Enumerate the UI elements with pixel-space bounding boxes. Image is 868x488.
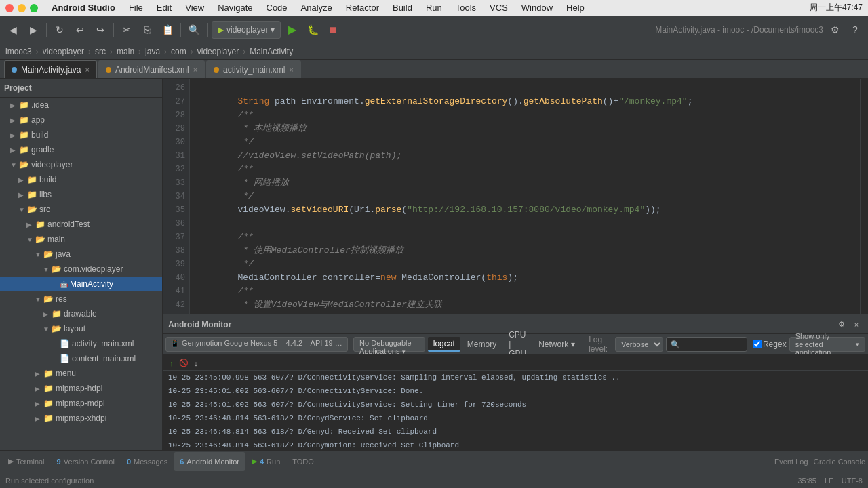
undo-button[interactable]: ↩ [71, 21, 89, 39]
log-search-input[interactable] [666, 337, 747, 352]
stop-button[interactable]: ⏹ [324, 21, 342, 39]
menu-view[interactable]: View [182, 1, 207, 14]
tab-close-activitymain[interactable]: × [289, 66, 293, 74]
tree-item-app[interactable]: ▶ 📁 app [0, 113, 162, 127]
run-button[interactable]: ▶ [283, 21, 301, 39]
breadcrumb-item-5[interactable]: com [171, 47, 186, 56]
tree-item-libs[interactable]: ▶ 📁 libs [0, 187, 162, 202]
breadcrumb-item-7[interactable]: MainActivity [250, 47, 293, 56]
tree-item-mipmap-hdpi[interactable]: ▶ 📁 mipmap-hdpi [0, 381, 162, 396]
event-log-button[interactable]: Event Log [774, 458, 808, 466]
paste-button[interactable]: 📋 [159, 21, 176, 39]
bottom-tab-android-monitor[interactable]: 6 Android Monitor [174, 452, 245, 471]
back-button[interactable]: ◀ [4, 21, 22, 39]
toolbar-separator-2 [113, 23, 114, 37]
folder-icon-mipmap-xhdpi: 📁 [43, 413, 54, 423]
tab-androidmanifest[interactable]: AndroidManifest.xml × [98, 60, 205, 78]
tree-item-drawable[interactable]: ▶ 📁 drawable [0, 306, 162, 321]
tree-item-java[interactable]: ▼ 📂 java [0, 247, 162, 262]
menu-file[interactable]: File [126, 1, 146, 14]
run-configuration[interactable]: ▶ videoplayer ▾ [212, 21, 281, 39]
maximize-button[interactable] [30, 4, 38, 12]
tree-item-mipmap-mdpi[interactable]: ▶ 📁 mipmap-mdpi [0, 396, 162, 411]
monitor-close-button[interactable]: × [850, 319, 863, 331]
tab-close-mainactivity[interactable]: × [85, 66, 89, 74]
tree-item-layout[interactable]: ▼ 📂 layout [0, 321, 162, 336]
show-selected-button[interactable]: Show only selected application ▾ [789, 337, 865, 352]
line-num-37: 37 [163, 230, 189, 244]
settings-button[interactable]: ⚙ [826, 21, 844, 39]
tree-item-gradle[interactable]: ▶ 📁 gradle [0, 142, 162, 157]
code-editor[interactable]: 26 27 28 29 30 31 32 33 34 35 36 37 38 3… [163, 79, 868, 314]
tree-item-src[interactable]: ▼ 📂 src [0, 202, 162, 217]
redo-button[interactable]: ↪ [92, 21, 109, 39]
tree-item-build2[interactable]: ▶ 📁 build [0, 172, 162, 187]
tree-item-main[interactable]: ▼ 📂 main [0, 232, 162, 247]
menu-edit[interactable]: Edit [154, 1, 174, 14]
cut-button[interactable]: ✂ [118, 21, 136, 39]
menu-navigate[interactable]: Navigate [215, 1, 255, 14]
folder-icon-gradle: 📁 [19, 145, 29, 155]
gradle-console-button[interactable]: Gradle Console [814, 458, 865, 466]
log-scroll-up-button[interactable]: ↑ [165, 357, 178, 369]
breadcrumb-item-3[interactable]: main [117, 47, 134, 56]
sync-button[interactable]: ↻ [51, 21, 68, 39]
menu-window[interactable]: Window [519, 1, 555, 14]
bottom-tab-version-control[interactable]: 9 Version Control [52, 452, 120, 471]
monitor-tab-logcat[interactable]: logcat [428, 337, 460, 352]
bottom-tab-todo[interactable]: TODO [287, 452, 319, 471]
log-clear-button[interactable]: 🚫 [178, 357, 190, 369]
debug-button[interactable]: 🐛 [304, 21, 321, 39]
tree-item-androidtest[interactable]: ▶ 📁 androidTest [0, 217, 162, 232]
minimize-button[interactable] [18, 4, 26, 12]
tree-item-activity-main-xml[interactable]: 📄 activity_main.xml [0, 336, 162, 351]
regex-checkbox[interactable] [753, 340, 762, 348]
help-button[interactable]: ? [846, 21, 864, 39]
code-line-38: * 使用MediaController控制视频播放 [195, 244, 854, 258]
breadcrumb-item-1[interactable]: videoplayer [43, 47, 84, 56]
tab-mainactivity[interactable]: MainActivity.java × [4, 60, 97, 78]
menu-analyze[interactable]: Analyze [298, 1, 335, 14]
tab-close-androidmanifest[interactable]: × [193, 66, 197, 74]
bottom-tab-terminal[interactable]: ▶ Terminal [3, 452, 50, 471]
tree-item-mipmap-xhdpi[interactable]: ▶ 📁 mipmap-xhdpi [0, 411, 162, 426]
menu-tools[interactable]: Tools [453, 1, 479, 14]
device-selector[interactable]: 📱 Genymotion Google Nexus 5 – 4.4.2 – AP… [165, 337, 348, 352]
bottom-tab-messages[interactable]: 0 Messages [121, 452, 173, 471]
code-lines[interactable]: String path=Environment.getExternalStora… [190, 79, 860, 314]
monitor-tab-cpu[interactable]: CPU | GPU [503, 337, 532, 352]
log-level-select[interactable]: Verbose [615, 337, 663, 352]
bottom-tab-android-monitor-label: Android Monitor [186, 458, 239, 466]
copy-button[interactable]: ⎘ [138, 21, 156, 39]
tree-item-build[interactable]: ▶ 📁 build [0, 127, 162, 142]
monitor-tab-network[interactable]: Network ▾ [533, 337, 580, 352]
menu-refactor[interactable]: Refactor [343, 1, 382, 14]
menu-build[interactable]: Build [390, 1, 415, 14]
breadcrumb-item-0[interactable]: imooc3 [5, 47, 32, 56]
no-debug-button[interactable]: No Debuggable Applications ▾ [353, 337, 425, 352]
tree-item-videoplayer[interactable]: ▼ 📂 videoplayer [0, 157, 162, 172]
menu-code[interactable]: Code [264, 1, 290, 14]
forward-button[interactable]: ▶ [24, 21, 42, 39]
menu-vcs[interactable]: VCS [487, 1, 511, 14]
tree-item-res[interactable]: ▼ 📂 res [0, 291, 162, 306]
monitor-settings-button[interactable]: ⚙ [835, 319, 848, 331]
tree-item-menu[interactable]: ▶ 📁 menu [0, 366, 162, 381]
close-button[interactable] [5, 4, 14, 12]
search-button[interactable]: 🔍 [185, 21, 203, 39]
tree-item-content-main-xml[interactable]: 📄 content_main.xml [0, 351, 162, 366]
tree-arrow-layout: ▼ [43, 325, 50, 333]
breadcrumb-item-2[interactable]: src [95, 47, 106, 56]
tree-item-mainactivity[interactable]: 🤖 MainActivity [0, 277, 162, 291]
tab-activitymain[interactable]: activity_main.xml × [206, 60, 301, 78]
menu-help[interactable]: Help [564, 1, 587, 14]
tree-item-com-videoplayer[interactable]: ▼ 📂 com.videoplayer [0, 262, 162, 277]
monitor-tab-memory[interactable]: Memory [462, 337, 502, 352]
bottom-tab-run[interactable]: ▶ 4 Run [246, 452, 285, 471]
bottom-tab-terminal-label: Terminal [16, 458, 45, 466]
tree-item-idea[interactable]: ▶ 📁 .idea [0, 98, 162, 113]
log-scroll-down-button[interactable]: ↓ [190, 357, 202, 369]
breadcrumb-item-4[interactable]: java [145, 47, 160, 56]
menu-run[interactable]: Run [423, 1, 445, 14]
breadcrumb-item-6[interactable]: videoplayer [197, 47, 239, 56]
